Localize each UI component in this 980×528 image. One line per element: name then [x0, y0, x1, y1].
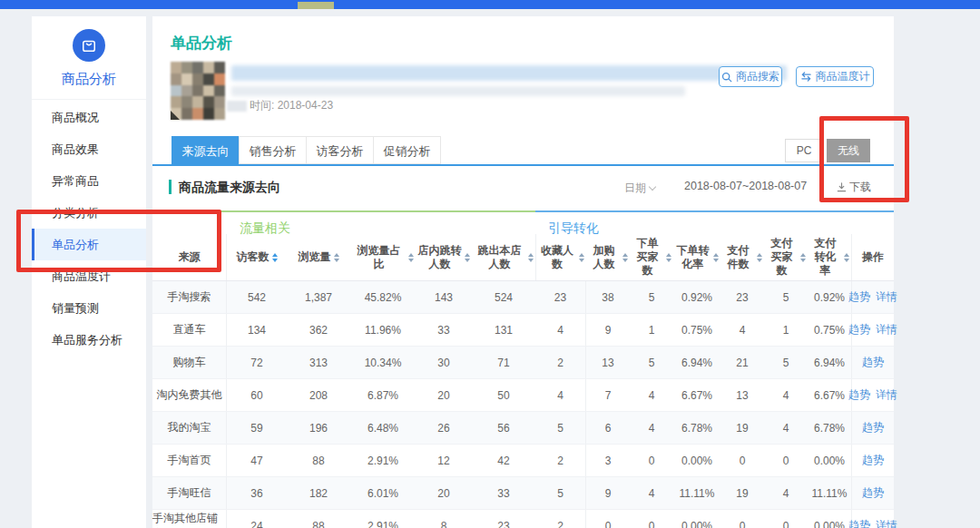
trend-link[interactable]: 趋势 — [848, 322, 870, 337]
trend-link[interactable]: 趋势 — [862, 485, 884, 501]
sort-arrows-icon[interactable] — [844, 253, 849, 262]
sort-arrows-icon[interactable] — [334, 253, 339, 262]
row-value: 6.01% — [350, 477, 416, 509]
table-column-header-row: 来源访客数浏览量浏览量占比店内跳转人数跳出本店人数收藏人数加购人数下单买家数下单… — [152, 234, 894, 281]
product-thermometer-button[interactable]: 商品温度计 — [796, 66, 874, 87]
sort-arrows-icon[interactable] — [713, 253, 719, 262]
download-label: 下载 — [849, 180, 871, 195]
sort-arrows-icon[interactable] — [408, 253, 414, 262]
device-toggle-pc[interactable]: PC — [785, 139, 823, 162]
row-value: 6.78% — [808, 412, 851, 444]
row-value: 362 — [287, 314, 350, 346]
detail-link[interactable]: 详情 — [876, 387, 897, 403]
row-value: 6.67% — [673, 379, 720, 411]
detail-link[interactable]: 详情 — [876, 518, 897, 528]
detail-link[interactable]: 详情 — [876, 289, 897, 305]
column-header-6[interactable]: 收藏人数 — [535, 234, 586, 280]
group-convert: 引导转化 — [535, 210, 851, 237]
row-value: 38 — [586, 281, 630, 313]
column-header-11[interactable]: 支付买家数 — [764, 234, 808, 280]
row-value: 1 — [764, 314, 808, 346]
sidebar-item-7[interactable]: 单品服务分析 — [32, 324, 146, 356]
sidebar-item-0[interactable]: 商品概况 — [32, 102, 146, 133]
row-value: 23 — [535, 281, 586, 313]
device-toggle: PC 无线 — [785, 139, 870, 162]
download-icon — [837, 182, 847, 192]
row-value: 4 — [630, 379, 673, 411]
sort-arrows-icon[interactable] — [757, 253, 762, 262]
row-value: 60 — [227, 379, 287, 411]
row-value: 2.91% — [350, 510, 416, 528]
sort-arrows-icon[interactable] — [622, 253, 628, 262]
column-header-label: 跳出本店人数 — [474, 244, 525, 271]
sidebar-item-6[interactable]: 销量预测 — [32, 292, 146, 324]
row-value: 1,387 — [287, 281, 350, 313]
date-dropdown[interactable]: 日期 — [624, 181, 655, 196]
sort-arrows-icon[interactable] — [579, 253, 584, 262]
trend-link[interactable]: 趋势 — [862, 355, 884, 370]
sort-arrows-icon[interactable] — [465, 253, 470, 262]
row-actions: 趋势详情 — [851, 510, 894, 528]
main-panel: 单品分析 时间: 2018-04-23 商品搜索 商品温度计 来源去向销售分析访… — [152, 16, 894, 528]
column-header-1[interactable]: 访客数 — [227, 234, 287, 280]
column-header-4[interactable]: 店内跳转人数 — [416, 234, 472, 280]
row-value: 0 — [720, 510, 764, 528]
product-thermometer-label: 商品温度计 — [816, 69, 870, 84]
row-value: 21 — [720, 347, 764, 378]
column-header-5[interactable]: 跳出本店人数 — [472, 234, 535, 280]
sidebar-item-2[interactable]: 异常商品 — [32, 165, 146, 197]
sidebar-item-1[interactable]: 商品效果 — [32, 133, 146, 165]
row-value: 36 — [227, 477, 287, 509]
row-value: 4 — [630, 477, 673, 509]
table-row-5: 手淘首页47882.91%12422300.00%000.00%趋势 — [152, 445, 894, 477]
tab-3[interactable]: 促销分析 — [373, 136, 441, 164]
row-value: 5 — [764, 347, 808, 378]
row-actions: 趋势详情 — [851, 314, 894, 346]
row-value: 0.00% — [673, 510, 720, 528]
sort-arrows-icon[interactable] — [528, 253, 534, 262]
column-header-12[interactable]: 支付转化率 — [808, 234, 851, 280]
trend-link[interactable]: 趋势 — [848, 518, 870, 528]
row-value: 12 — [416, 445, 472, 476]
sidebar: 商品分析 商品概况商品效果异常商品分类分析单品分析商品温度计销量预测单品服务分析 — [32, 16, 146, 528]
tab-2[interactable]: 访客分析 — [306, 136, 374, 164]
row-value: 11.11% — [673, 477, 720, 509]
trend-link[interactable]: 趋势 — [848, 289, 870, 305]
column-header-9[interactable]: 下单转化率 — [673, 234, 720, 280]
sort-arrows-icon[interactable] — [272, 253, 278, 262]
row-value: 524 — [472, 281, 535, 313]
device-toggle-wireless[interactable]: 无线 — [827, 139, 870, 162]
row-value: 0.75% — [808, 314, 851, 346]
column-header-7[interactable]: 加购人数 — [586, 234, 630, 280]
row-value: 0.92% — [808, 281, 851, 313]
column-header-10[interactable]: 支付件数 — [720, 234, 764, 280]
sidebar-item-3[interactable]: 分类分析 — [32, 197, 146, 229]
column-header-8[interactable]: 下单买家数 — [630, 234, 673, 280]
sort-arrows-icon[interactable] — [800, 253, 806, 262]
product-search-button[interactable]: 商品搜索 — [719, 66, 782, 87]
row-value: 2.91% — [350, 445, 416, 476]
group-spacer-action — [851, 210, 894, 237]
column-header-label: 收藏人数 — [538, 244, 576, 271]
column-header-3[interactable]: 浏览量占比 — [350, 234, 416, 280]
row-value: 0 — [764, 445, 808, 476]
row-value: 0.92% — [673, 281, 720, 313]
row-value: 47 — [227, 445, 287, 476]
row-value: 9 — [586, 477, 630, 509]
date-range-value[interactable]: 2018-08-07~2018-08-07 — [684, 180, 807, 192]
trend-link[interactable]: 趋势 — [862, 453, 884, 468]
sidebar-item-4[interactable]: 单品分析 — [32, 229, 146, 260]
tab-0[interactable]: 来源去向 — [172, 136, 240, 164]
trend-link[interactable]: 趋势 — [848, 387, 870, 403]
row-actions: 趋势详情 — [851, 281, 894, 313]
section-header-row: 商品流量来源去向 日期 2018-08-07~2018-08-07 下载 — [152, 166, 894, 210]
sort-arrows-icon[interactable] — [666, 253, 671, 262]
detail-link[interactable]: 详情 — [876, 322, 897, 337]
row-value: 88 — [287, 445, 350, 476]
trend-link[interactable]: 趋势 — [862, 420, 884, 435]
download-button[interactable]: 下载 — [837, 180, 871, 195]
sidebar-item-5[interactable]: 商品温度计 — [32, 260, 146, 292]
tab-1[interactable]: 销售分析 — [239, 136, 307, 164]
row-actions: 趋势 — [851, 445, 894, 476]
column-header-2[interactable]: 浏览量 — [287, 234, 350, 280]
